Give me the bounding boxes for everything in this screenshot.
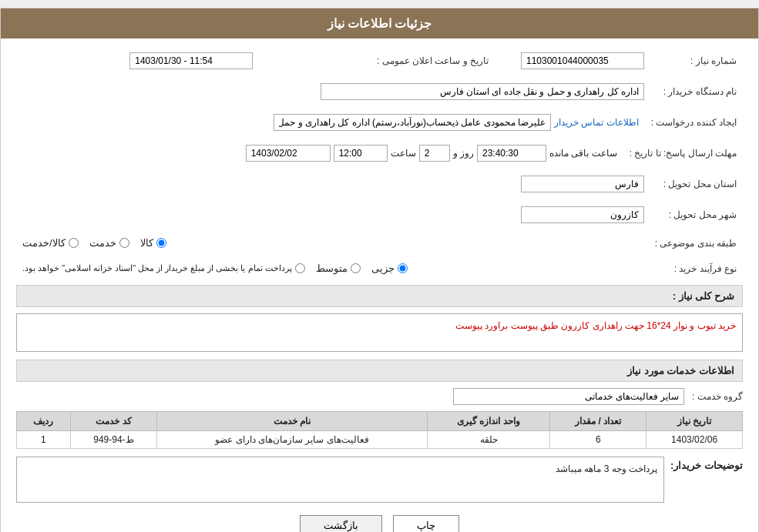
purchase-type-payment[interactable]: پرداخت تمام یا بخشی از مبلغ خریدار از مح…	[22, 263, 305, 273]
service-name: فعالیت‌های سایر سازمان‌های دارای عضو	[157, 431, 427, 449]
service-code: ط-94-949	[70, 431, 156, 449]
city-input[interactable]	[521, 206, 644, 223]
need-description-box: خرید تیوب و نوار 24*16 جهت راهداری کازرو…	[16, 313, 743, 352]
city-label: شهر محل تحویل :	[650, 203, 743, 226]
deadline-remain-input[interactable]	[477, 145, 546, 162]
need-description-section-title: شرح کلی نیاز :	[16, 285, 743, 307]
category-khedmat[interactable]: خدمت	[89, 237, 129, 249]
table-row: 1403/02/06 6 حلقه فعالیت‌های سایر سازمان…	[17, 431, 743, 449]
deadline-time-input[interactable]	[334, 145, 388, 162]
service-unit: حلقه	[427, 431, 550, 449]
col-name: نام خدمت	[157, 412, 427, 431]
mottaset-label: متوسط	[316, 263, 348, 274]
announcement-label: تاریخ و ساعت اعلان عمومی :	[259, 49, 512, 72]
col-count: تعداد / مقدار	[550, 412, 646, 431]
services-section-title: اطلاعات خدمات مورد نیاز	[16, 360, 743, 382]
radio-kala-khedmat[interactable]	[69, 238, 79, 248]
print-button[interactable]: چاپ	[393, 515, 459, 532]
kala-khedmat-label: کالا/خدمت	[22, 237, 65, 249]
service-group-label: گروه خدمت :	[692, 391, 743, 402]
category-kala-khedmat[interactable]: کالا/خدمت	[22, 237, 79, 249]
deadline-days-input[interactable]	[419, 145, 450, 162]
category-radio-group: کالا/خدمت خدمت کالا	[22, 237, 643, 249]
purchase-type-label: نوع فرآیند خرید :	[650, 259, 743, 277]
radio-mottaset[interactable]	[351, 263, 361, 273]
radio-jozee[interactable]	[398, 263, 408, 273]
buyer-notes-box: پرداخت وجه 3 ماهه میباشد	[16, 457, 664, 503]
purchase-type-radio-group: پرداخت تمام یا بخشی از مبلغ خریدار از مح…	[22, 263, 644, 274]
service-count: 6	[550, 431, 646, 449]
request-number-label: شماره نیاز :	[650, 49, 743, 72]
deadline-remain-label: ساعت باقی مانده	[549, 148, 617, 159]
deadline-days-label: روز و	[453, 148, 474, 159]
requester-label: نام دستگاه خریدار :	[650, 80, 743, 103]
category-kala[interactable]: کالا	[140, 237, 166, 249]
service-group-row: گروه خدمت :	[16, 388, 743, 405]
category-label: طبقه بندی موضوعی :	[649, 234, 743, 252]
creator-link[interactable]: اطلاعات تماس خریدار	[554, 117, 639, 128]
col-unit: واحد اندازه گیری	[427, 412, 550, 431]
radio-khedmat[interactable]	[119, 238, 129, 248]
service-row-num: 1	[17, 431, 71, 449]
back-button[interactable]: بازگشت	[300, 515, 382, 532]
service-group-input[interactable]	[453, 388, 684, 405]
creator-input[interactable]	[274, 114, 551, 131]
radio-kala[interactable]	[156, 238, 166, 248]
requester-input[interactable]	[321, 83, 644, 100]
buttons-row: بازگشت چاپ	[16, 515, 743, 532]
deadline-time-label: ساعت	[391, 148, 416, 159]
announcement-input[interactable]	[129, 52, 253, 69]
deadline-label: مهلت ارسال پاسخ: تا تاریخ :	[623, 142, 743, 165]
service-table: تاریخ نیاز تعداد / مقدار واحد اندازه گیر…	[16, 411, 743, 449]
radio-payment[interactable]	[295, 263, 305, 273]
jozee-label: جزیی	[371, 263, 395, 274]
col-date: تاریخ نیاز	[646, 412, 743, 431]
page-title: جزئیات اطلاعات نیاز	[1, 8, 758, 38]
request-number-input[interactable]	[521, 52, 644, 69]
service-date: 1403/02/06	[646, 431, 743, 449]
col-row: ردیف	[17, 412, 71, 431]
province-input[interactable]	[521, 176, 644, 192]
buyer-notes-label: توضیحات خریدار:	[670, 457, 743, 471]
payment-label: پرداخت تمام یا بخشی از مبلغ خریدار از مح…	[22, 263, 292, 273]
province-label: استان محل تحویل :	[650, 172, 743, 196]
khedmat-label: خدمت	[89, 237, 116, 249]
purchase-type-mottaset[interactable]: متوسط	[316, 263, 361, 274]
purchase-type-jozee[interactable]: جزیی	[371, 263, 408, 274]
deadline-date-input[interactable]	[246, 145, 331, 162]
col-code: کد خدمت	[70, 412, 156, 431]
kala-label: کالا	[140, 237, 153, 249]
creator-label: ایجاد کننده درخواست :	[645, 111, 743, 134]
